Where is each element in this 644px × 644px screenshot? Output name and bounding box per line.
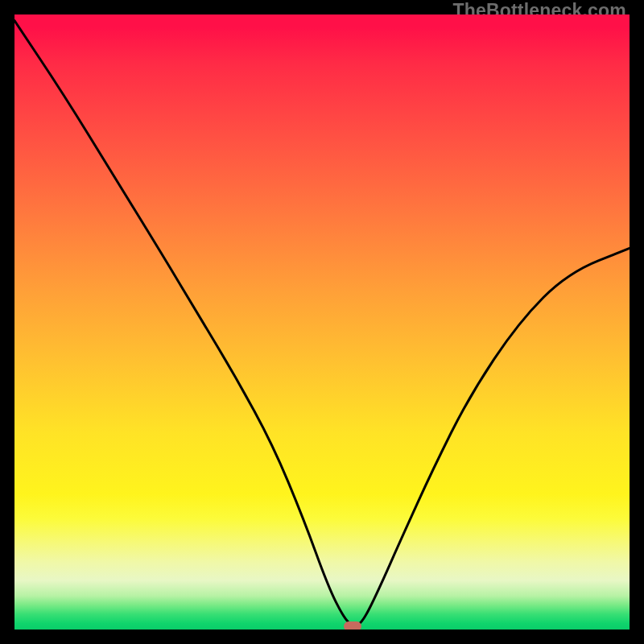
plot-area	[14, 14, 630, 630]
minimum-marker	[344, 621, 361, 630]
curve-layer	[14, 14, 630, 630]
bottleneck-curve	[14, 21, 630, 625]
chart-frame: TheBottleneck.com	[0, 0, 644, 644]
